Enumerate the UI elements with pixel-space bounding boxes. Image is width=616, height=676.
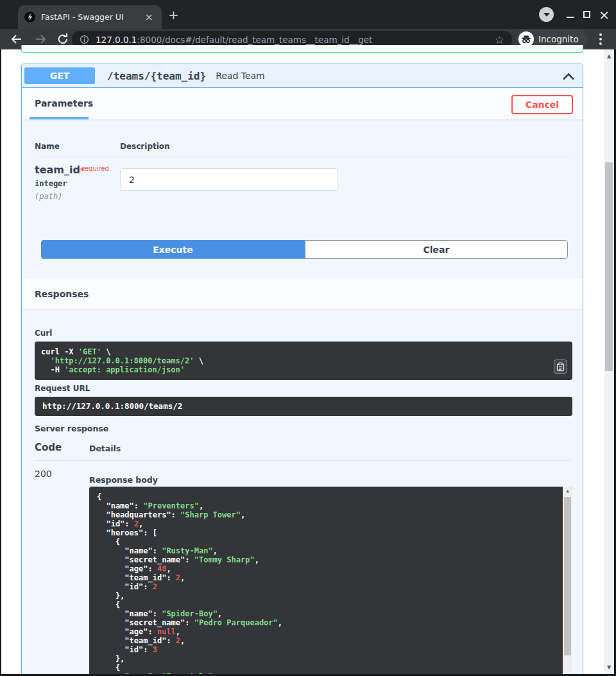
curl-command-block: curl -X 'GET' \ 'http://127.0.0.1:8000/t… (35, 342, 572, 380)
tab-title: FastAPI - Swagger UI (41, 12, 143, 22)
table-header-divider (35, 157, 571, 157)
opblock-header[interactable]: GET /teams/{team_id} Read Team (22, 64, 583, 88)
new-tab-button[interactable]: + (168, 8, 179, 21)
incognito-label: Incognito (538, 34, 579, 44)
parameters-heading: Parameters (35, 98, 93, 108)
response-body-scrollbar[interactable]: ▲ (563, 487, 572, 676)
collapse-chevron-icon[interactable] (562, 73, 575, 80)
column-header-description: Description (120, 142, 170, 151)
parameters-tab-underline (30, 117, 89, 119)
response-body-scroll-thumb[interactable] (564, 497, 571, 655)
execute-button[interactable]: Execute (41, 240, 305, 259)
parameter-type: integer (35, 179, 67, 188)
team-id-input[interactable] (120, 168, 338, 191)
browser-update-indicator-icon[interactable] (539, 7, 554, 22)
url-text: 127.0.0.1:8000/docs#/default/read_team_t… (96, 35, 495, 45)
tab-strip: FastAPI - Swagger UI × + × (0, 0, 616, 29)
response-body-block: { "name": "Preventers", "headquarters": … (89, 487, 572, 676)
response-body-label: Response body (89, 475, 158, 485)
request-url-label: Request URL (35, 384, 90, 393)
reload-button-icon[interactable] (56, 32, 70, 46)
page-scroll-up-icon[interactable]: ▲ (604, 53, 614, 59)
operation-path: /teams/{team_id} (107, 70, 206, 82)
responses-heading: Responses (35, 289, 89, 299)
url-host: 127.0.0.1 (96, 35, 137, 45)
tab-close-icon[interactable]: × (143, 12, 155, 22)
parameters-section-header: Parameters Cancel (22, 89, 583, 119)
curl-command-text: curl -X 'GET' \ 'http://127.0.0.1:8000/t… (41, 347, 566, 374)
response-table-divider (35, 460, 571, 461)
cancel-button[interactable]: Cancel (511, 95, 573, 114)
browser-tab[interactable]: FastAPI - Swagger UI × (18, 5, 162, 29)
browser-window: FastAPI - Swagger UI × + × 127.0.0.1:800… (0, 0, 616, 676)
parameter-name: team_id* (35, 164, 85, 176)
column-header-details: Details (89, 444, 121, 453)
back-button-icon[interactable] (10, 32, 24, 46)
window-close-button[interactable]: × (599, 10, 610, 19)
responses-section-header: Responses (22, 279, 583, 309)
operation-summary: Read Team (216, 71, 265, 81)
column-header-name: Name (35, 142, 60, 151)
url-path: :8000/docs#/default/read_team_teams__tea… (137, 35, 372, 45)
opblock-get-read-team: GET /teams/{team_id} Read Team Parameter… (21, 64, 583, 676)
minimize-button[interactable] (566, 10, 575, 19)
collapsed-post-opblock-edge[interactable] (21, 45, 583, 53)
page-scroll-down-icon[interactable]: ▼ (604, 664, 614, 670)
bookmark-star-icon[interactable]: ☆ (495, 33, 504, 46)
incognito-spy-icon (518, 31, 534, 47)
server-response-label: Server response (35, 424, 108, 433)
curl-label: Curl (35, 329, 52, 338)
fastapi-favicon-icon (24, 12, 35, 22)
http-method-badge: GET (24, 67, 95, 84)
response-body-json: { "name": "Preventers", "headquarters": … (97, 492, 565, 676)
page-scroll-thumb[interactable] (605, 162, 613, 371)
scroll-up-icon[interactable]: ▲ (563, 489, 572, 494)
browser-menu-icon[interactable] (599, 33, 602, 36)
copy-to-clipboard-button[interactable] (554, 360, 567, 374)
status-code: 200 (35, 469, 52, 479)
site-info-icon[interactable] (80, 35, 89, 44)
parameter-location: (path) (35, 192, 62, 201)
clear-button[interactable]: Clear (305, 240, 568, 259)
forward-button-icon[interactable] (33, 32, 47, 46)
maximize-button[interactable] (583, 11, 590, 18)
request-url-block: http://127.0.0.1:8000/teams/2 (35, 397, 572, 416)
required-label: required (82, 165, 109, 172)
column-header-code: Code (35, 442, 62, 453)
